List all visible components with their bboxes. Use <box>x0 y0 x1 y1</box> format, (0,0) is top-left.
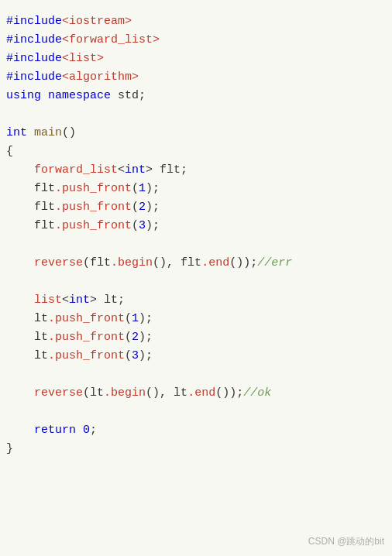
blank-line-2 <box>6 235 386 254</box>
comment-err: //err <box>257 254 292 273</box>
int-keyword: int <box>6 124 27 142</box>
blank-line-3 <box>6 273 386 291</box>
flt-var: flt <box>160 161 181 180</box>
code-line-12: reverse(flt.begin(), flt.end());//err <box>6 254 386 273</box>
lt-pushfront-3: .push_front <box>48 347 125 366</box>
include-keyword-1: #include <box>6 12 62 31</box>
code-line-3: #include<list> <box>6 50 386 68</box>
include-header-2: <forward_list> <box>62 31 160 50</box>
include-keyword-2: #include <box>6 31 62 50</box>
close-brace: } <box>6 440 13 458</box>
include-header-3: <list> <box>62 50 104 68</box>
code-line-4: #include<algorithm> <box>6 68 386 87</box>
using-keyword: using <box>6 87 41 105</box>
int-type-2: int <box>69 291 90 310</box>
lt-var: lt <box>104 291 118 310</box>
return-value: 0 <box>83 421 90 440</box>
int-type-1: int <box>125 161 146 180</box>
open-brace: { <box>6 142 13 161</box>
blank-line-1 <box>6 105 386 124</box>
include-header-4: <algorithm> <box>62 68 139 87</box>
code-line-14: lt.push_front(1); <box>6 310 386 328</box>
code-line-6: int main() <box>6 124 386 142</box>
code-line-10: flt.push_front(2); <box>6 198 386 217</box>
code-line-7: { <box>6 142 386 161</box>
lt-pushfront-2: .push_front <box>48 328 125 347</box>
reverse-fn-2: reverse <box>34 384 83 403</box>
code-line-5: using namespace std; <box>6 87 386 105</box>
include-keyword-3: #include <box>6 50 62 68</box>
code-line-19: } <box>6 440 386 458</box>
code-line-16: lt.push_front(3); <box>6 347 386 366</box>
return-keyword: return <box>34 421 76 440</box>
main-func: main <box>34 124 62 142</box>
forward-list-type: forward_list <box>34 161 118 180</box>
code-line-8: forward_list<int> flt; <box>6 161 386 180</box>
code-line-9: flt.push_front(1); <box>6 180 386 198</box>
std-name: std <box>118 87 139 105</box>
blank-line-5 <box>6 403 386 421</box>
list-type: list <box>34 291 62 310</box>
code-line-1: #include<iostream> <box>6 12 386 31</box>
include-header-1: <iostream> <box>62 12 132 31</box>
lt-pushfront-1: .push_front <box>48 310 125 328</box>
code-line-18: return 0; <box>6 421 386 440</box>
code-line-11: flt.push_front(3); <box>6 217 386 235</box>
code-line-2: #include<forward_list> <box>6 31 386 50</box>
dot-pushfront-2: .push_front <box>55 198 132 217</box>
namespace-keyword: namespace <box>48 87 111 105</box>
dot-pushfront-1: .push_front <box>55 180 132 198</box>
dot-pushfront-3: .push_front <box>55 217 132 235</box>
code-line-15: lt.push_front(2); <box>6 328 386 347</box>
include-keyword-4: #include <box>6 68 62 87</box>
watermark: CSDN @跳动的bit <box>308 535 384 548</box>
blank-line-4 <box>6 366 386 384</box>
reverse-fn-1: reverse <box>34 254 83 273</box>
code-line-13: list<int> lt; <box>6 291 386 310</box>
code-container: #include<iostream> #include<forward_list… <box>0 0 392 556</box>
comment-ok: //ok <box>243 384 271 403</box>
code-line-17: reverse(lt.begin(), lt.end());//ok <box>6 384 386 403</box>
